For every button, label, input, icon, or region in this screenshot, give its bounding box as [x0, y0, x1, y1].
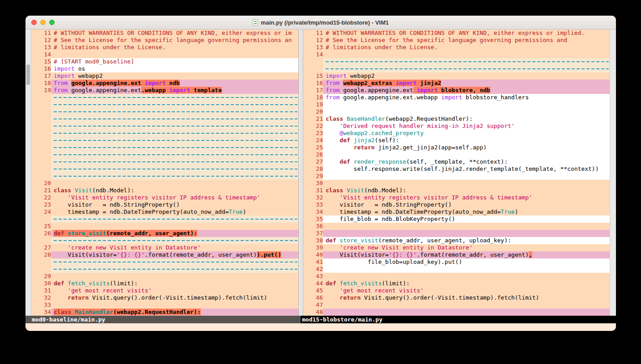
code-text: def store_visit(remote_addr, user_agent,…	[326, 237, 511, 244]
line-number: 39	[303, 244, 323, 251]
code-row[interactable]: 14	[303, 51, 610, 58]
vim-command-line[interactable]	[25, 323, 616, 331]
code-row[interactable]: 13# limitations under the License.	[303, 44, 610, 51]
left-scrollbar[interactable]	[25, 30, 31, 316]
line-number: 23	[303, 130, 323, 137]
code-row[interactable]: 45 'get most recent visits'	[303, 287, 610, 294]
code-text: # See the License for the specific langu…	[326, 37, 567, 44]
code-row[interactable]: 16import os	[31, 65, 298, 72]
code-row[interactable]: 26def store_visit(remote_addr, user_agen…	[31, 230, 298, 237]
code-row[interactable]: 20	[31, 180, 298, 187]
code-row[interactable]: 21class Visit(ndb.Model):	[31, 187, 298, 194]
code-row[interactable]: 16from webapp2_extras import jinja2	[303, 80, 610, 87]
code-row[interactable]: 47	[303, 301, 610, 309]
code-row[interactable]: 11# WITHOUT WARRANTIES OR CONDITIONS OF …	[303, 30, 610, 37]
deleted-line-dashes	[54, 126, 297, 127]
line-number: 19	[303, 101, 323, 108]
code-row[interactable]: 39 'create new Visit entity in Datastore…	[303, 244, 610, 251]
code-row[interactable]: 37	[303, 230, 610, 237]
code-row[interactable]: 21class BaseHandler(webapp2.RequestHandl…	[303, 115, 610, 123]
zoom-button[interactable]	[49, 20, 55, 25]
code-row[interactable]: 27 def render_response(self, _template, …	[303, 158, 610, 165]
code-row[interactable]: 43	[303, 273, 610, 280]
code-row[interactable]: 36	[303, 223, 610, 230]
deleted-line-dashes	[54, 97, 297, 98]
line-number: 34	[31, 309, 51, 316]
code-row[interactable]: 34class MainHandler(webapp2.RequestHandl…	[31, 309, 298, 316]
code-row[interactable]: 12# See the License for the specific lan…	[31, 37, 298, 44]
code-row[interactable]: 30	[303, 180, 610, 187]
code-row[interactable]: 12# See the License for the specific lan…	[303, 37, 610, 44]
code-text: def jinja2(self):	[326, 137, 399, 144]
code-row[interactable]: 23 @webapp2.cached_property	[303, 130, 610, 137]
line-number: 24	[303, 137, 323, 144]
left-editor-pane[interactable]: 11# WITHOUT WARRANTIES OR CONDITIONS OF …	[31, 30, 298, 316]
code-row[interactable]: 18from google.appengine.ext import ndb	[31, 80, 298, 87]
code-row[interactable]: 38def store_visit(remote_addr, user_agen…	[303, 237, 610, 244]
code-row[interactable]: 35 file_blob = ndb.BlobKeyProperty()	[303, 216, 610, 223]
line-number: 38	[303, 237, 323, 244]
code-row[interactable]: 18from google.appengine.ext.webapp impor…	[303, 94, 610, 101]
vertical-split-divider[interactable]	[298, 30, 303, 316]
code-row[interactable]: 29	[303, 173, 610, 180]
right-statusline[interactable]: mod15-blobstore/main.py	[301, 316, 616, 323]
code-row[interactable]: 14	[31, 51, 298, 58]
code-row[interactable]: 26	[303, 151, 610, 158]
code-text: 'Visit entity registers visitor IP addre…	[54, 194, 260, 201]
close-button[interactable]	[31, 20, 37, 25]
code-text: timestamp = ndb.DateTimeProperty(auto_no…	[326, 208, 518, 216]
code-row[interactable]: 30def fetch_visits(limit):	[31, 280, 298, 287]
code-row[interactable]: 41 file_blob=upload_key).put()	[303, 258, 610, 266]
code-text: from google.appengine.ext import blobsto…	[326, 87, 490, 94]
code-row[interactable]: 33 visitor = ndb.StringProperty()	[303, 201, 610, 208]
code-row[interactable]: 25 return jinja2.get_jinja2(app=self.app…	[303, 144, 610, 151]
code-row[interactable]: 34 timestamp = ndb.DateTimeProperty(auto…	[303, 208, 610, 216]
diff-filler-row	[31, 137, 298, 144]
diff-filler-row	[31, 101, 298, 108]
code-row[interactable]: 15# [START mod0_baseline]	[31, 58, 298, 65]
code-row[interactable]: 44def fetch_visits(limit):	[303, 280, 610, 287]
code-row[interactable]: 42	[303, 266, 610, 273]
code-row[interactable]: 32 return Visit.query().order(-Visit.tim…	[31, 294, 298, 301]
code-row[interactable]: 31class Visit(ndb.Model):	[303, 187, 610, 194]
right-editor-pane[interactable]: 11# WITHOUT WARRANTIES OR CONDITIONS OF …	[303, 30, 610, 316]
diff-filler-row	[31, 115, 298, 123]
code-text: return jinja2.get_jinja2(app=self.app)	[326, 144, 487, 151]
code-row[interactable]: 13# limitations under the License.	[31, 44, 298, 51]
code-row[interactable]: 46 return Visit.query().order(-Visit.tim…	[303, 294, 610, 301]
line-number: 28	[303, 165, 323, 173]
code-row[interactable]: 24 timestamp = ndb.DateTimeProperty(auto…	[31, 208, 298, 216]
left-statusline[interactable]: mod0-baseline/main.py	[25, 316, 301, 323]
code-row[interactable]: 28 Visit(visitor='{}: {}'.format(remote_…	[31, 251, 298, 258]
deleted-line-dashes	[54, 240, 297, 241]
left-scrollbar-thumb[interactable]	[26, 64, 30, 85]
diff-filler-row	[31, 266, 298, 273]
code-row[interactable]: 17from google.appengine.ext import blobs…	[303, 87, 610, 94]
code-row[interactable]: 48	[303, 309, 610, 316]
minimize-button[interactable]	[40, 20, 46, 25]
code-row[interactable]: 19from google.appengine.ext.webapp impor…	[31, 87, 298, 94]
code-row[interactable]: 28 self.response.write(self.jinja2.rende…	[303, 165, 610, 173]
code-row[interactable]: 22 'Visit entity registers visitor IP ad…	[31, 194, 298, 201]
code-row[interactable]: 33	[31, 301, 298, 309]
code-row[interactable]: 11# WITHOUT WARRANTIES OR CONDITIONS OF …	[31, 30, 298, 37]
code-row[interactable]: 25	[31, 223, 298, 230]
code-row[interactable]: 29	[31, 273, 298, 280]
deleted-line-dashes	[54, 219, 297, 220]
code-row[interactable]: 31 'get most recent visits'	[31, 287, 298, 294]
window-titlebar[interactable]: main.py (/private/tmp/mod15-blobstore) -…	[25, 16, 616, 30]
code-row[interactable]: 17import webapp2	[31, 72, 298, 80]
code-row[interactable]: 15import webapp2	[303, 72, 610, 80]
code-row[interactable]: 24 def jinja2(self):	[303, 137, 610, 144]
code-row[interactable]: 27 'create new Visit entity in Datastore…	[31, 244, 298, 251]
code-text: visitor = ndb.StringProperty()	[326, 201, 452, 208]
code-row[interactable]: 19	[303, 101, 610, 108]
code-text: @webapp2.cached_property	[326, 130, 424, 137]
code-row[interactable]: 22 'Derived request handler mixing-in Ji…	[303, 123, 610, 130]
code-row[interactable]: 23 visitor = ndb.StringProperty()	[31, 201, 298, 208]
code-row[interactable]: 40 Visit(visitor='{}: {}'.format(remote_…	[303, 251, 610, 258]
code-row[interactable]: 20	[303, 108, 610, 115]
code-row[interactable]: 32 'Visit entity registers visitor IP ad…	[303, 194, 610, 201]
right-scrollbar[interactable]	[610, 30, 616, 316]
line-number: 11	[303, 30, 323, 37]
